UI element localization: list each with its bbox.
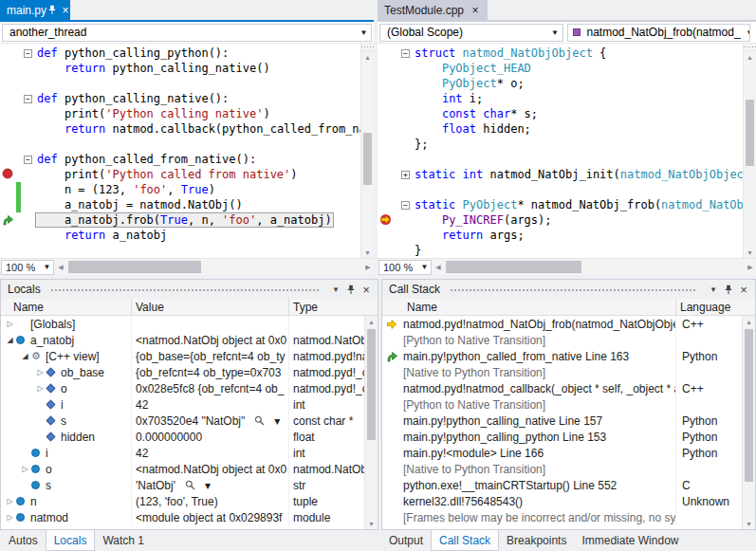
close-icon[interactable]: × — [736, 282, 751, 297]
fold-expanded-icon[interactable]: − — [24, 95, 32, 103]
vertical-scrollbar[interactable]: ▲ ▼ — [742, 316, 755, 529]
scrollbar-track[interactable] — [743, 327, 755, 518]
scrollbar-thumb[interactable] — [367, 329, 376, 440]
chevron-down-icon[interactable]: ▾ — [706, 282, 721, 297]
scrollbar-thumb[interactable] — [363, 133, 372, 185]
navigation-dropdown[interactable]: another_thread ▼ — [2, 24, 372, 42]
callstack-row[interactable]: [Python to Native Transition] — [382, 396, 742, 413]
tool-tab-output[interactable]: Output — [381, 530, 431, 551]
callstack-row[interactable]: [Python to Native Transition] — [382, 332, 742, 348]
expander-collapsed-icon[interactable]: ▷ — [4, 320, 16, 328]
fold-expanded-icon[interactable]: − — [24, 49, 32, 58]
locals-titlebar[interactable]: Locals ▾× — [1, 280, 378, 299]
close-icon[interactable]: × — [359, 282, 374, 297]
visualizer-chevron-icon[interactable]: ▾ — [274, 414, 280, 428]
column-header-name[interactable]: Name — [1, 299, 132, 315]
visualizer-chevron-icon[interactable]: ▾ — [205, 479, 211, 492]
locals-row[interactable]: ◢⚙[C++ view]{ob_base={ob_refcnt=4 ob_tyn… — [1, 348, 364, 364]
scrollbar-track[interactable] — [744, 63, 756, 247]
callstack-row[interactable]: main.py!python_calling_python Line 153Py… — [382, 429, 742, 445]
tool-tab-watch-1[interactable]: Watch 1 — [95, 530, 152, 551]
fold-expanded-icon[interactable]: − — [401, 49, 410, 58]
scrollbar-track[interactable] — [361, 63, 374, 247]
column-header-name[interactable]: Name — [382, 299, 676, 315]
pin-icon[interactable] — [47, 5, 57, 16]
scroll-down-icon[interactable]: ▼ — [744, 247, 756, 258]
scroll-up-icon[interactable]: ▲ — [365, 316, 378, 327]
vertical-scrollbar[interactable]: ▲ ▼ — [364, 316, 378, 529]
locals-row[interactable]: s'NatObj'▾str — [1, 477, 364, 493]
tool-tab-immediate-window[interactable]: Immediate Window — [574, 530, 686, 551]
scroll-down-icon[interactable]: ▼ — [361, 247, 374, 258]
tab-testmodule-cpp[interactable]: TestModule.cpp × — [378, 0, 488, 20]
locals-tree[interactable]: ▷[Globals]◢a_natobj<natmod.NatObj object… — [1, 316, 364, 529]
vertical-scrollbar[interactable]: ▲ ▼ — [743, 44, 756, 258]
callstack-list[interactable]: natmod.pyd!natmod_NatObj_frob(natmod_Nat… — [382, 316, 742, 529]
callstack-row[interactable]: main.py!python_called_from_native Line 1… — [382, 348, 742, 364]
scrollbar-thumb[interactable] — [68, 261, 201, 273]
member-dropdown[interactable]: natmod_NatObj_frob(natmod_ ▼ — [567, 24, 751, 42]
locals-row[interactable]: ◢a_natobj<natmod.NatObj object at 0x0nat… — [1, 332, 364, 348]
breakpoint-current-statement-icon[interactable] — [378, 212, 394, 228]
code-area[interactable]: −def python_calling_python(): return pyt… — [0, 44, 360, 258]
callstack-row[interactable]: python.exe!__tmainCRTStartup() Line 552C — [382, 477, 742, 493]
callstack-titlebar[interactable]: Call Stack ▾× — [382, 280, 755, 299]
fold-collapsed-icon[interactable]: + — [401, 171, 410, 179]
tool-tab-breakpoints[interactable]: Breakpoints — [499, 530, 574, 551]
chevron-down-icon[interactable]: ▾ — [328, 282, 343, 297]
scroll-right-icon[interactable]: ▶ — [362, 264, 374, 271]
column-header-language[interactable]: Language — [676, 299, 755, 315]
locals-row[interactable]: hidden0.000000000float — [1, 429, 364, 445]
scrollbar-track[interactable] — [365, 327, 378, 518]
scroll-right-icon[interactable]: ▶ — [745, 264, 756, 271]
vertical-scrollbar[interactable]: ▲ ▼ — [360, 44, 374, 258]
scroll-down-icon[interactable]: ▼ — [743, 518, 755, 529]
scroll-left-icon[interactable]: ◀ — [433, 264, 444, 271]
callstack-row[interactable]: kernel32.dll!75648543()Unknown — [382, 493, 742, 509]
callstack-row[interactable]: main.py!python_calling_native Line 157Py… — [382, 413, 742, 429]
locals-row[interactable]: ▷ob_base{ob_refcnt=4 ob_type=0x703natmod… — [1, 364, 364, 380]
scroll-left-icon[interactable]: ◀ — [55, 264, 66, 271]
scrollbar-thumb[interactable] — [745, 329, 753, 482]
scroll-up-icon[interactable]: ▲ — [744, 51, 756, 63]
magnifier-icon[interactable] — [254, 415, 265, 426]
scroll-down-icon[interactable]: ▼ — [365, 518, 378, 529]
expander-collapsed-icon[interactable]: ▷ — [4, 513, 16, 522]
column-header-type[interactable]: Type — [289, 299, 378, 315]
horizontal-scrollbar[interactable] — [444, 259, 745, 275]
splitter-grip[interactable] — [361, 44, 374, 51]
splitter-grip[interactable] — [744, 44, 756, 51]
callstack-row[interactable]: natmod.pyd!natmod_callback(_object * sel… — [382, 380, 742, 396]
expander-collapsed-icon[interactable]: ▷ — [34, 368, 46, 377]
tool-tab-call-stack[interactable]: Call Stack — [431, 530, 499, 551]
expander-expanded-icon[interactable]: ◢ — [19, 352, 31, 360]
expander-collapsed-icon[interactable]: ▷ — [19, 465, 31, 473]
scroll-up-icon[interactable]: ▲ — [361, 51, 374, 63]
zoom-dropdown[interactable]: 100 % ▼ — [378, 260, 432, 275]
magnifier-icon[interactable] — [185, 480, 195, 490]
pin-icon[interactable] — [343, 282, 359, 297]
column-header-value[interactable]: Value — [132, 299, 289, 315]
locals-row[interactable]: i42int — [1, 445, 364, 461]
locals-row[interactable]: ▷natmod<module object at 0x029893fmodule — [1, 509, 364, 525]
tool-tab-locals[interactable]: Locals — [46, 530, 96, 551]
tab-main-py[interactable]: main.py × — [0, 0, 70, 20]
current-frame-arrow-icon[interactable] — [0, 212, 16, 228]
tool-tab-autos[interactable]: Autos — [1, 530, 46, 551]
close-icon[interactable]: × — [63, 5, 69, 16]
scroll-up-icon[interactable]: ▲ — [743, 316, 755, 327]
code-editor-main-py[interactable]: −def python_calling_python(): return pyt… — [0, 44, 374, 258]
scrollbar-thumb[interactable] — [746, 100, 754, 166]
fold-expanded-icon[interactable]: − — [24, 156, 32, 164]
callstack-row[interactable]: [Native to Python Transition] — [382, 461, 742, 477]
locals-row[interactable]: ▷o<natmod.NatObj object at 0x0natmod.Nat… — [1, 461, 364, 477]
scrollbar-thumb[interactable] — [446, 261, 581, 273]
code-editor-testmodule-cpp[interactable]: −struct natmod_NatObjObject { PyObject_H… — [378, 44, 756, 258]
callstack-row[interactable]: [Frames below may be incorrect and/or mi… — [382, 509, 742, 525]
locals-row[interactable]: ▷[Globals] — [1, 316, 364, 332]
code-area[interactable]: −struct natmod_NatObjObject { PyObject_H… — [378, 44, 743, 258]
callstack-row[interactable]: natmod.pyd!natmod_NatObj_frob(natmod_Nat… — [382, 316, 742, 332]
locals-row[interactable]: s0x703520e4 "NatObj"▾const char * — [1, 413, 364, 429]
zoom-dropdown[interactable]: 100 % ▼ — [1, 260, 54, 275]
locals-row[interactable]: ▷o0x028e5fc8 {ob_refcnt=4 ob_natmod.pyd!… — [1, 380, 364, 396]
